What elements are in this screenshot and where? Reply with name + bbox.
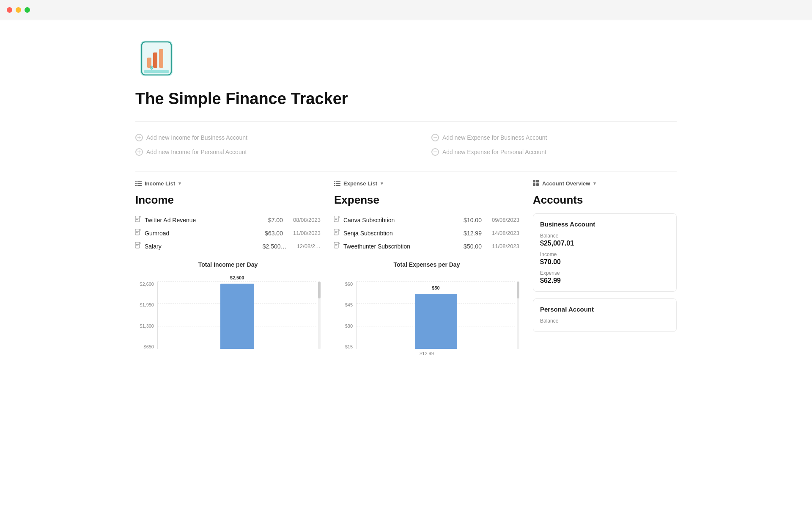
- list-item[interactable]: Twitter Ad Revenue $7.00 08/08/2023: [135, 213, 321, 226]
- bar-wrap: $2,500: [220, 284, 254, 349]
- bar-label: $2,500: [230, 275, 244, 280]
- expense-item-amount: $12.99: [464, 230, 482, 237]
- income-item-name: Gumroad: [145, 230, 261, 237]
- income-list: Twitter Ad Revenue $7.00 08/08/2023 Gumr…: [135, 213, 321, 253]
- svg-rect-13: [137, 185, 142, 186]
- accounts-column: Account Overview ▾ Accounts Business Acc…: [533, 180, 677, 356]
- expense-scrollbar[interactable]: [517, 282, 519, 349]
- svg-rect-23: [334, 181, 335, 182]
- svg-text:$: $: [150, 65, 153, 71]
- income-item-date: 11/08/2023: [293, 230, 321, 236]
- svg-rect-17: [135, 229, 140, 235]
- minus-icon: [431, 148, 439, 156]
- svg-rect-30: [335, 218, 337, 218]
- svg-rect-26: [336, 183, 340, 184]
- expense-chevron-icon: ▾: [381, 181, 383, 186]
- income-item-name: Twitter Ad Revenue: [145, 217, 265, 224]
- svg-rect-31: [335, 219, 337, 220]
- expense-item-name: Senja Subscribtion: [343, 230, 460, 237]
- doc-icon: [334, 216, 340, 224]
- business-expense-label: Expense: [540, 270, 669, 276]
- minimize-button[interactable]: [16, 7, 21, 13]
- expense-scroll-thumb: [517, 282, 519, 298]
- plus-icon: [135, 134, 143, 141]
- income-chart-area: $2,500: [157, 282, 316, 349]
- add-expense-personal-button[interactable]: Add new Expense for Personal Account: [431, 146, 677, 157]
- doc-icon: [135, 242, 141, 250]
- svg-rect-14: [135, 216, 140, 222]
- income-chart-wrapper: $2,600 $1,950 $1,300 $650 $: [135, 273, 321, 349]
- expense-chart: Total Expenses per Day $60 $45 $30 $15: [334, 261, 519, 356]
- bar-label: $50: [432, 285, 439, 290]
- svg-rect-25: [334, 183, 335, 184]
- personal-balance-label: Balance: [540, 318, 669, 324]
- expense-bars: $50: [357, 294, 515, 349]
- svg-rect-33: [335, 231, 337, 232]
- list-item[interactable]: Salary $2,500… 12/08/2…: [135, 240, 321, 253]
- svg-rect-40: [533, 183, 535, 186]
- svg-rect-34: [335, 232, 337, 233]
- add-income-personal-button[interactable]: Add new Income for Personal Account: [135, 146, 381, 157]
- expense-item-amount: $10.00: [464, 217, 482, 224]
- add-income-business-button[interactable]: Add new Income for Business Account: [135, 132, 381, 143]
- svg-rect-19: [136, 232, 138, 233]
- svg-rect-16: [136, 219, 138, 220]
- page-title: The Simple Finance Tracker: [135, 90, 677, 108]
- doc-icon: [135, 229, 141, 237]
- list-icon: [334, 180, 341, 187]
- business-expense-value: $62.99: [540, 277, 669, 284]
- expense-title: Expense: [334, 193, 519, 207]
- expense-section-header: Expense List ▾: [334, 180, 519, 187]
- business-account-title: Business Account: [540, 221, 669, 228]
- list-item[interactable]: Senja Subscribtion $12.99 14/08/2023: [334, 226, 519, 240]
- expense-list: Canva Subscribtion $10.00 09/08/2023 Sen…: [334, 213, 519, 253]
- business-income-value: $70.00: [540, 258, 669, 266]
- columns: Income List ▾ Income Twitter Ad Revenue …: [135, 180, 677, 356]
- svg-rect-9: [137, 181, 142, 182]
- expense-column: Expense List ▾ Expense Canva Subscribtio…: [334, 180, 519, 356]
- grid-icon: [533, 180, 540, 187]
- svg-rect-3: [153, 52, 157, 68]
- expense-item-date: 11/08/2023: [492, 243, 519, 249]
- maximize-button[interactable]: [25, 7, 30, 13]
- svg-rect-20: [135, 242, 140, 248]
- list-item[interactable]: Canva Subscribtion $10.00 09/08/2023: [334, 213, 519, 226]
- personal-account-title: Personal Account: [540, 306, 669, 313]
- expense-chart-area: $50: [356, 282, 515, 349]
- svg-rect-36: [335, 244, 337, 245]
- svg-rect-4: [159, 49, 163, 68]
- list-item[interactable]: Gumroad $63.00 11/08/2023: [135, 226, 321, 240]
- income-chart-y-axis: $2,600 $1,950 $1,300 $650: [135, 282, 157, 349]
- income-item-amount: $7.00: [268, 217, 283, 224]
- expense-item-name: Tweethunter Subscribtion: [343, 243, 460, 250]
- accounts-title: Accounts: [533, 193, 677, 207]
- gridline: [357, 282, 515, 282]
- svg-rect-24: [336, 181, 340, 182]
- svg-rect-21: [136, 244, 139, 245]
- personal-account-card: Personal Account Balance: [533, 298, 677, 332]
- expense-item-date: 14/08/2023: [492, 230, 519, 236]
- svg-rect-12: [135, 185, 137, 186]
- expense-item-date: 09/08/2023: [492, 217, 519, 223]
- svg-rect-35: [334, 242, 338, 248]
- svg-rect-41: [536, 183, 539, 186]
- expense-item-amount: $50.00: [464, 243, 482, 250]
- doc-icon: [334, 242, 340, 250]
- svg-rect-32: [334, 229, 338, 235]
- list-item[interactable]: Tweethunter Subscribtion $50.00 11/08/20…: [334, 240, 519, 253]
- add-expense-business-button[interactable]: Add new Expense for Business Account: [431, 132, 677, 143]
- divider-mid: [135, 171, 677, 171]
- business-income-label: Income: [540, 251, 669, 257]
- expense-header-label: Expense List: [343, 180, 377, 187]
- income-scroll-thumb: [318, 282, 321, 298]
- close-button[interactable]: [7, 7, 12, 13]
- expense-bottom-label: $12.99: [334, 351, 519, 356]
- income-title: Income: [135, 193, 321, 207]
- income-bars: $2,500: [158, 284, 316, 349]
- income-scrollbar[interactable]: [318, 282, 321, 349]
- business-balance-value: $25,007.01: [540, 240, 669, 247]
- svg-rect-15: [136, 218, 139, 218]
- expense-bar: [415, 294, 457, 349]
- svg-rect-10: [135, 183, 137, 184]
- income-column: Income List ▾ Income Twitter Ad Revenue …: [135, 180, 321, 356]
